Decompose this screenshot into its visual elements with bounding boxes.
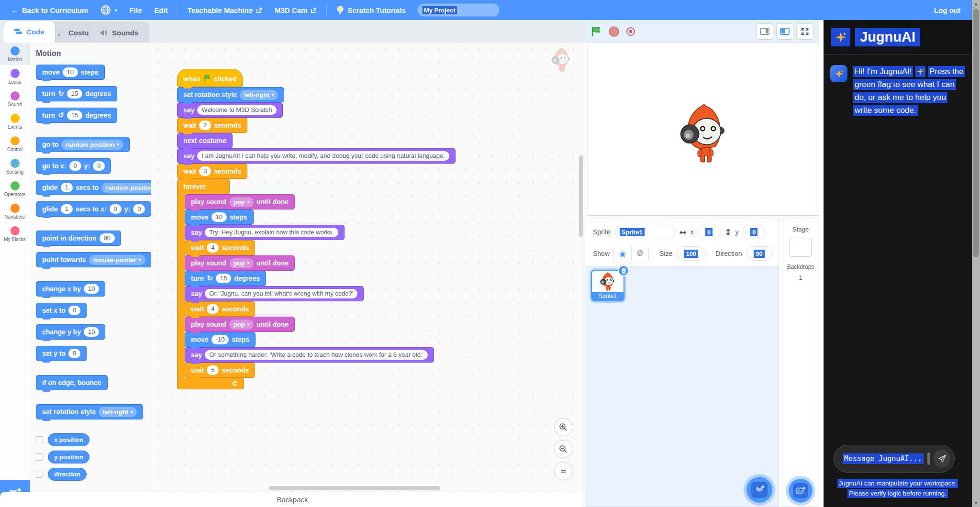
- show-sprite-button[interactable]: ◉: [614, 246, 631, 261]
- value-input[interactable]: Welcome to M3D Scratch: [197, 105, 276, 115]
- script-block[interactable]: set rotation styleleft-right▾: [177, 87, 284, 102]
- value-input[interactable]: 90: [100, 233, 115, 243]
- project-name-input[interactable]: My Project: [417, 3, 500, 17]
- tab-sounds[interactable]: Sounds: [89, 22, 149, 43]
- value-input[interactable]: 10: [63, 67, 78, 77]
- script-block[interactable]: play soundpop▾until done: [185, 194, 295, 209]
- script-block[interactable]: forever: [177, 179, 230, 194]
- value-input[interactable]: 2: [199, 121, 211, 130]
- y-position-input[interactable]: 0: [743, 225, 766, 239]
- backpack-bar[interactable]: Backpack: [0, 492, 585, 507]
- palette-block[interactable]: set x to0: [36, 303, 87, 318]
- delete-sprite-button[interactable]: [618, 265, 629, 276]
- record-button[interactable]: [626, 27, 635, 36]
- reporter-block[interactable]: x position: [48, 433, 89, 446]
- palette-block[interactable]: change y by10: [36, 324, 105, 340]
- chat-input[interactable]: Message JugnuAI...: [843, 453, 924, 464]
- palette-block[interactable]: point in direction90: [36, 231, 121, 246]
- palette-block[interactable]: turn↺15degrees: [36, 108, 117, 123]
- value-input[interactable]: 4: [207, 243, 219, 253]
- value-input[interactable]: 15: [216, 274, 231, 283]
- sidebar-item-looks[interactable]: Looks: [0, 65, 30, 88]
- palette-block[interactable]: point towardsmouse-pointer▾: [36, 252, 151, 267]
- script-block[interactable]: sayOr something harder: 'Write a code to…: [185, 347, 434, 363]
- direction-input[interactable]: 90: [746, 246, 773, 261]
- script-block[interactable]: sayOr: 'Jugnu, can you tell what's wrong…: [185, 286, 364, 301]
- value-input[interactable]: Or: 'Jugnu, can you tell what's wrong wi…: [205, 289, 357, 298]
- teachable-machine-link[interactable]: Teachable Machine: [183, 0, 267, 20]
- palette-block[interactable]: go to x:0y:0: [36, 158, 111, 174]
- sidebar-item-my-blocks[interactable]: My Blocks: [0, 222, 30, 245]
- palette-block[interactable]: move10steps: [36, 65, 105, 80]
- value-input[interactable]: 1: [61, 204, 73, 214]
- stage-sprite[interactable]: [677, 103, 731, 167]
- hide-sprite-button[interactable]: Ø: [631, 246, 648, 261]
- green-flag-button[interactable]: [590, 26, 602, 37]
- backdrop-thumbnail[interactable]: [790, 238, 812, 257]
- script-block[interactable]: wait4seconds: [185, 240, 255, 255]
- palette-block[interactable]: set y to0: [36, 346, 87, 361]
- palette-block[interactable]: if on edge, bounce: [36, 375, 108, 390]
- value-input[interactable]: Try: Hey Jugnu, explain how this code wo…: [205, 228, 338, 237]
- script-block[interactable]: play soundpop▾until done: [185, 317, 295, 332]
- stage-viewport[interactable]: [588, 43, 819, 216]
- code-canvas[interactable]: whenclickedset rotation styleleft-right▾…: [151, 43, 585, 493]
- palette-block[interactable]: glide1secs to x:0y:0: [36, 201, 151, 217]
- sidebar-item-control[interactable]: Control: [0, 132, 30, 155]
- language-selector[interactable]: ▾: [96, 0, 122, 20]
- sprite-name-input[interactable]: Sprite1: [614, 225, 676, 239]
- sprite-card-sprite1[interactable]: Sprite1: [591, 270, 624, 301]
- zoom-out-button[interactable]: [554, 440, 572, 458]
- value-input[interactable]: 0: [93, 161, 105, 171]
- tab-code[interactable]: Code: [3, 20, 56, 43]
- value-input[interactable]: 5: [207, 365, 219, 375]
- stop-button[interactable]: [609, 26, 619, 37]
- scrollbar-thumb[interactable]: [973, 9, 979, 257]
- value-input[interactable]: 0: [133, 204, 145, 214]
- value-input[interactable]: 3: [199, 166, 211, 176]
- value-input[interactable]: 10: [212, 212, 227, 222]
- script-block[interactable]: play soundpop▾until done: [185, 255, 295, 271]
- dropdown-field[interactable]: pop▾: [229, 197, 254, 207]
- reporter-block[interactable]: y position: [48, 451, 89, 463]
- value-input[interactable]: 4: [207, 304, 219, 314]
- monitor-checkbox[interactable]: [36, 453, 43, 461]
- script-block[interactable]: wait3seconds: [177, 164, 247, 179]
- palette-block[interactable]: go torandom position▾: [36, 137, 130, 152]
- value-input[interactable]: I am JugnuAI! I can help you write, modi…: [197, 151, 449, 161]
- zoom-reset-button[interactable]: [554, 462, 572, 480]
- dropdown-field[interactable]: random position▾: [101, 183, 151, 193]
- palette-block[interactable]: set rotation styleleft-right▾: [36, 404, 143, 419]
- reporter-block[interactable]: direction: [48, 468, 87, 481]
- value-input[interactable]: 15: [67, 110, 82, 120]
- dropdown-field[interactable]: random position▾: [61, 140, 123, 150]
- script-block[interactable]: next costume: [177, 133, 233, 148]
- small-stage-button[interactable]: [756, 23, 773, 40]
- sidebar-item-sensing[interactable]: Sensing: [0, 155, 30, 177]
- send-message-button[interactable]: [934, 450, 950, 468]
- stage-selector-panel[interactable]: Stage Backdrops 1: [782, 219, 819, 507]
- dropdown-field[interactable]: pop▾: [229, 258, 254, 268]
- value-input[interactable]: 10: [84, 327, 99, 337]
- monitor-checkbox[interactable]: [36, 436, 43, 443]
- value-input[interactable]: 15: [67, 89, 82, 99]
- script-block[interactable]: move10steps: [185, 209, 254, 225]
- value-input[interactable]: -10: [212, 335, 229, 344]
- value-input[interactable]: 10: [84, 284, 99, 294]
- x-position-input[interactable]: 0: [698, 225, 721, 239]
- script-block[interactable]: move-10steps: [185, 332, 256, 347]
- size-input[interactable]: 100: [676, 246, 706, 261]
- script-block[interactable]: sayI am JugnuAI! I can help you write, m…: [177, 148, 456, 164]
- scroll-down-arrow[interactable]: ▼: [972, 499, 980, 507]
- script-block[interactable]: sayTry: Hey Jugnu, explain how this code…: [185, 225, 345, 240]
- script-block[interactable]: turn↻15degrees: [185, 271, 266, 286]
- canvas-horizontal-scrollbar[interactable]: [269, 486, 440, 490]
- large-stage-button[interactable]: [776, 23, 793, 40]
- canvas-vertical-scrollbar[interactable]: [579, 155, 583, 237]
- palette-block[interactable]: change x by10: [36, 281, 105, 297]
- zoom-in-button[interactable]: [554, 418, 572, 436]
- add-sprite-button[interactable]: [746, 477, 772, 503]
- edit-menu[interactable]: Edit: [149, 0, 172, 20]
- script-block[interactable]: wait5seconds: [185, 363, 255, 378]
- tutorials-button[interactable]: Scratch Tutorials: [332, 0, 410, 20]
